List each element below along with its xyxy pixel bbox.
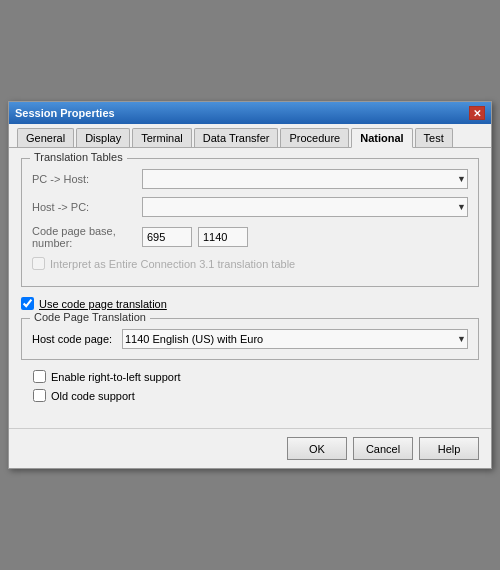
- host-pc-row: Host -> PC: ▼: [32, 197, 468, 217]
- host-code-select-wrapper: 1140 English (US) with Euro 1141 German …: [122, 329, 468, 349]
- host-pc-label: Host -> PC:: [32, 201, 142, 213]
- pc-host-row: PC -> Host: ▼: [32, 169, 468, 189]
- old-code-label: Old code support: [51, 390, 135, 402]
- interpret-checkbox-row: Interpret as Entire Connection 3.1 trans…: [32, 257, 468, 270]
- use-code-page-label[interactable]: Use code page translation: [39, 298, 167, 310]
- interpret-checkbox[interactable]: [32, 257, 45, 270]
- code-page-input1[interactable]: [142, 227, 192, 247]
- right-to-left-checkbox[interactable]: [33, 370, 46, 383]
- interpret-checkbox-label: Interpret as Entire Connection 3.1 trans…: [50, 258, 295, 270]
- tab-bar: General Display Terminal Data Transfer P…: [9, 124, 491, 148]
- old-code-row: Old code support: [33, 389, 467, 402]
- pc-host-select-wrapper: ▼: [142, 169, 468, 189]
- right-to-left-row: Enable right-to-left support: [33, 370, 467, 383]
- code-page-translation-group: Code Page Translation Host code page: 11…: [21, 318, 479, 360]
- help-button[interactable]: Help: [419, 437, 479, 460]
- code-page-translation-label: Code Page Translation: [30, 311, 150, 323]
- tab-terminal[interactable]: Terminal: [132, 128, 192, 147]
- host-code-label: Host code page:: [32, 333, 122, 345]
- tab-display[interactable]: Display: [76, 128, 130, 147]
- pc-host-select[interactable]: [142, 169, 468, 189]
- code-page-row: Code page base, number:: [32, 225, 468, 249]
- tab-data-transfer[interactable]: Data Transfer: [194, 128, 279, 147]
- tab-test[interactable]: Test: [415, 128, 453, 147]
- host-pc-select[interactable]: [142, 197, 468, 217]
- close-button[interactable]: ✕: [469, 106, 485, 120]
- use-code-page-checkbox[interactable]: [21, 297, 34, 310]
- tab-general[interactable]: General: [17, 128, 74, 147]
- title-bar: Session Properties ✕: [9, 102, 491, 124]
- translation-tables-group: Translation Tables PC -> Host: ▼ Host ->…: [21, 158, 479, 287]
- ok-button[interactable]: OK: [287, 437, 347, 460]
- code-page-label: Code page base, number:: [32, 225, 142, 249]
- host-code-row: Host code page: 1140 English (US) with E…: [32, 329, 468, 349]
- tab-content: Translation Tables PC -> Host: ▼ Host ->…: [9, 148, 491, 418]
- cancel-button[interactable]: Cancel: [353, 437, 413, 460]
- footer: OK Cancel Help: [9, 428, 491, 468]
- use-code-page-row: Use code page translation: [21, 297, 479, 310]
- bottom-checkboxes: Enable right-to-left support Old code su…: [21, 370, 479, 402]
- host-code-select[interactable]: 1140 English (US) with Euro 1141 German …: [122, 329, 468, 349]
- session-properties-window: Session Properties ✕ General Display Ter…: [8, 101, 492, 469]
- pc-host-label: PC -> Host:: [32, 173, 142, 185]
- code-page-input2[interactable]: [198, 227, 248, 247]
- host-pc-select-wrapper: ▼: [142, 197, 468, 217]
- window-title: Session Properties: [15, 107, 115, 119]
- tab-procedure[interactable]: Procedure: [280, 128, 349, 147]
- tab-national[interactable]: National: [351, 128, 412, 148]
- old-code-checkbox[interactable]: [33, 389, 46, 402]
- translation-tables-label: Translation Tables: [30, 151, 127, 163]
- right-to-left-label: Enable right-to-left support: [51, 371, 181, 383]
